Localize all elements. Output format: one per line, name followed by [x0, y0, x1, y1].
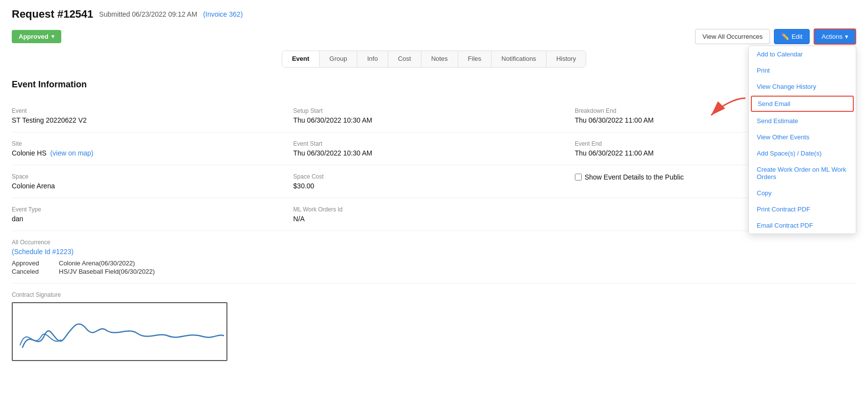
invoice-link[interactable]: (Invoice 362) — [203, 10, 243, 18]
space-field: Space Colonie Arena — [12, 165, 293, 198]
actions-dropdown: Add to Calendar Print View Change Histor… — [748, 46, 856, 234]
tab-files[interactable]: Files — [458, 51, 492, 67]
space-cost-field: Space Cost $30.00 — [293, 165, 574, 198]
setup-start-value: Thu 06/30/2022 10:30 AM — [293, 116, 574, 124]
all-occurrence-label: All Occurrence — [12, 239, 856, 246]
request-title: Request #12541 — [12, 8, 93, 21]
add-space-date-item[interactable]: Add Space(s) / Date(s) — [749, 145, 856, 161]
signature-svg — [13, 303, 227, 361]
space-cost-value: $30.00 — [293, 182, 574, 190]
show-public-label: Show Event Details to the Public — [585, 173, 684, 181]
all-occurrence-section: All Occurrence (Schedule Id #1223) Appro… — [12, 231, 856, 284]
pencil-icon: ✏️ — [781, 33, 789, 40]
event-start-field: Event Start Thu 06/30/2022 10:30 AM — [293, 132, 574, 165]
space-value: Colonie Arena — [12, 182, 293, 190]
event-label: Event — [12, 107, 293, 114]
event-type-label: Event Type — [12, 206, 293, 213]
fields-row-2: Site Colonie HS (view on map) Event Star… — [12, 132, 856, 165]
setup-start-field: Setup Start Thu 06/30/2022 10:30 AM — [293, 100, 574, 132]
signature-box — [12, 302, 227, 361]
tab-cost[interactable]: Cost — [388, 51, 422, 67]
actions-container: Actions ▾ Add to Calendar Print View Cha… — [814, 28, 856, 45]
site-name: Colonie HS — [12, 149, 47, 157]
show-public-checkbox[interactable] — [575, 174, 582, 181]
print-item[interactable]: Print — [749, 62, 856, 78]
view-other-events-item[interactable]: View Other Events — [749, 129, 856, 145]
tab-notifications[interactable]: Notifications — [492, 51, 546, 67]
chevron-down-icon: ▾ — [845, 33, 848, 40]
add-to-calendar-item[interactable]: Add to Calendar — [749, 46, 856, 62]
status-label: Approved — [19, 33, 49, 40]
tabs: Event Group Info Cost Notes Files Notifi… — [282, 51, 587, 68]
canceled-label: Canceled — [12, 268, 51, 275]
canceled-occurrence: Canceled HS/JV Baseball Field(06/30/2022… — [12, 268, 856, 275]
approved-value: Colonie Arena(06/30/2022) — [59, 259, 135, 267]
create-work-order-item[interactable]: Create Work Order on ML Work Orders — [749, 161, 856, 185]
fields-row-3: Space Colonie Arena Space Cost $30.00 Sh… — [12, 165, 856, 198]
ml-work-orders-field: ML Work Orders Id N/A — [293, 198, 574, 231]
view-on-map-link[interactable]: (view on map) — [50, 149, 94, 157]
email-contract-pdf-item[interactable]: Email Contract PDF — [749, 217, 856, 233]
view-all-occurrences-button[interactable]: View All Occurrences — [695, 29, 770, 44]
site-field: Site Colonie HS (view on map) — [12, 132, 293, 165]
tab-notes[interactable]: Notes — [422, 51, 458, 67]
ml-work-orders-value: N/A — [293, 215, 574, 223]
copy-item[interactable]: Copy — [749, 185, 856, 201]
fields-row-1: Event ST Testing 20220622 V2 Setup Start… — [12, 100, 856, 132]
fields-row-4: Event Type dan ML Work Orders Id N/A — [12, 198, 856, 231]
tab-info[interactable]: Info — [357, 51, 388, 67]
approved-label: Approved — [12, 259, 51, 267]
contract-signature-label: Contract Signature — [12, 291, 856, 298]
tab-event[interactable]: Event — [282, 51, 320, 67]
actions-button[interactable]: Actions ▾ — [814, 28, 856, 45]
actions-label: Actions — [821, 33, 843, 40]
edit-label: Edit — [792, 33, 802, 40]
schedule-id-link[interactable]: (Schedule Id #1223) — [12, 248, 74, 256]
send-estimate-item[interactable]: Send Estimate — [749, 113, 856, 129]
space-label: Space — [12, 173, 293, 180]
toolbar: Approved ▾ View All Occurrences ✏️ Edit … — [0, 25, 868, 49]
canceled-value: HS/JV Baseball Field(06/30/2022) — [59, 268, 155, 275]
event-information-title: Event Information — [12, 79, 856, 90]
occurrence-rows: Approved Colonie Arena(06/30/2022) Cance… — [12, 259, 856, 275]
view-change-history-item[interactable]: View Change History — [749, 78, 856, 95]
space-cost-label: Space Cost — [293, 173, 574, 180]
event-start-value: Thu 06/30/2022 10:30 AM — [293, 149, 574, 157]
event-type-field: Event Type dan — [12, 198, 293, 231]
tab-history[interactable]: History — [546, 51, 586, 67]
setup-start-label: Setup Start — [293, 107, 574, 114]
toolbar-right: View All Occurrences ✏️ Edit Actions ▾ A… — [695, 28, 856, 45]
site-label: Site — [12, 140, 293, 147]
event-field: Event ST Testing 20220622 V2 — [12, 100, 293, 132]
contract-signature-section: Contract Signature — [12, 284, 856, 369]
send-email-item[interactable]: Send Email — [751, 96, 854, 112]
print-contract-pdf-item[interactable]: Print Contract PDF — [749, 201, 856, 217]
ml-work-orders-label: ML Work Orders Id — [293, 206, 574, 213]
submitted-date: Submitted 06/23/2022 09:12 AM — [99, 10, 197, 18]
main-content: Event Information Event ST Testing 20220… — [0, 68, 868, 369]
edit-button[interactable]: ✏️ Edit — [774, 29, 810, 44]
event-value: ST Testing 20220622 V2 — [12, 116, 293, 124]
chevron-down-icon: ▾ — [51, 33, 54, 40]
event-type-value: dan — [12, 215, 293, 223]
approved-occurrence: Approved Colonie Arena(06/30/2022) — [12, 259, 856, 267]
tabs-container: Event Group Info Cost Notes Files Notifi… — [0, 49, 868, 68]
site-value: Colonie HS (view on map) — [12, 149, 293, 157]
status-button[interactable]: Approved ▾ — [12, 30, 61, 43]
event-start-label: Event Start — [293, 140, 574, 147]
tab-group[interactable]: Group — [320, 51, 357, 67]
